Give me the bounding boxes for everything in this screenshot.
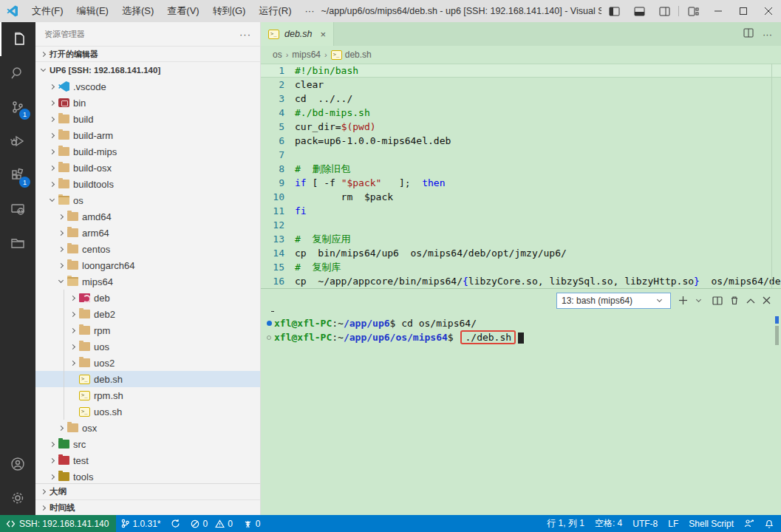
tree-item[interactable]: mips64: [35, 273, 260, 290]
scrollbar-thumb[interactable]: [775, 326, 779, 345]
panel-tab[interactable]: [307, 289, 310, 312]
file-icon: [67, 228, 78, 237]
split-editor-icon[interactable]: [743, 28, 754, 40]
notifications-bell-icon[interactable]: [760, 515, 781, 532]
panel-tab[interactable]: [324, 289, 327, 312]
ports-status[interactable]: 0: [238, 515, 266, 532]
tree-item[interactable]: os: [35, 192, 260, 208]
tree-item[interactable]: rpm: [35, 322, 260, 338]
scm-badge: 1: [19, 109, 30, 120]
terminal-scrollbar[interactable]: [775, 316, 779, 345]
tree-item[interactable]: build-osx: [35, 160, 260, 176]
tree-item[interactable]: tools: [35, 468, 260, 483]
toggle-sidebar-icon[interactable]: [601, 0, 627, 22]
panel-tab[interactable]: [342, 289, 345, 312]
problems-status[interactable]: 0 0: [185, 515, 237, 532]
command-decoration-icon[interactable]: [264, 321, 274, 326]
tree-item[interactable]: build: [35, 111, 260, 127]
tree-item[interactable]: osx: [35, 420, 260, 436]
source-control-icon[interactable]: 1: [0, 90, 35, 124]
tree-item[interactable]: src: [35, 436, 260, 452]
toggle-panel-icon[interactable]: [627, 0, 652, 22]
extensions-icon[interactable]: 1: [0, 158, 35, 192]
outline-section[interactable]: 大纲: [35, 484, 260, 499]
git-branch-status[interactable]: 1.0.31*: [116, 515, 166, 532]
terminal-dropdown-icon[interactable]: [696, 296, 701, 301]
split-terminal-icon[interactable]: [712, 296, 723, 305]
workspace-section[interactable]: UP6 [SSH: 192.168.141.140]: [35, 62, 260, 78]
tree-item-label: osx: [82, 423, 97, 434]
file-icon: [79, 326, 90, 335]
eol-sequence[interactable]: LF: [663, 515, 683, 532]
minimize-button[interactable]: [706, 0, 731, 22]
tree-item[interactable]: .vscode: [35, 78, 260, 95]
command-decoration-icon[interactable]: [264, 335, 274, 340]
tree-item[interactable]: deb.sh: [35, 371, 260, 387]
accounts-icon[interactable]: [0, 447, 35, 481]
breadcrumb-os[interactable]: os: [273, 50, 282, 60]
tree-item[interactable]: buildtools: [35, 176, 260, 192]
customize-layout-icon[interactable]: [681, 0, 706, 22]
library-icon[interactable]: [0, 226, 35, 260]
menu-item[interactable]: 文件(F): [25, 0, 70, 22]
chevron-icon: [50, 197, 55, 202]
code-editor[interactable]: 1 #!/bin/bash 2 clear 3 cd ../../ 4 #./b…: [261, 64, 781, 288]
indentation[interactable]: 空格: 4: [590, 515, 627, 532]
tree-item[interactable]: bin: [35, 95, 260, 111]
open-editors-section[interactable]: 打开的编辑器: [35, 46, 260, 62]
tree-item[interactable]: uos.sh: [35, 403, 260, 420]
tab-close-icon[interactable]: ×: [321, 29, 327, 40]
code-line: 7: [261, 148, 781, 162]
panel-tab[interactable]: [289, 289, 292, 312]
menu-item[interactable]: 查看(V): [160, 0, 205, 22]
new-terminal-icon[interactable]: [678, 296, 688, 305]
maximize-button[interactable]: [731, 0, 756, 22]
search-icon[interactable]: [0, 56, 35, 90]
terminal[interactable]: xfl@xfl-PC:~/app/up6$ cd os/mips64/ xfl@…: [261, 312, 781, 515]
toggle-secondary-sidebar-icon[interactable]: [652, 0, 677, 22]
tree-item[interactable]: amd64: [35, 208, 260, 225]
menu-item[interactable]: 选择(S): [115, 0, 160, 22]
panel-tab[interactable]: [271, 289, 274, 312]
remote-explorer-icon[interactable]: [0, 192, 35, 226]
encoding[interactable]: UTF-8: [627, 515, 663, 532]
language-mode[interactable]: Shell Script: [683, 515, 739, 532]
cursor-position[interactable]: 行 1, 列 1: [542, 515, 590, 532]
breadcrumb-file[interactable]: deb.sh: [331, 50, 372, 60]
menu-item[interactable]: 编辑(E): [70, 0, 115, 22]
editor-more-icon[interactable]: ···: [763, 29, 772, 40]
maximize-panel-icon[interactable]: [746, 298, 755, 304]
timeline-section[interactable]: 时间线: [35, 499, 260, 515]
tree-item[interactable]: loongarch64: [35, 257, 260, 273]
tree-item[interactable]: arm64: [35, 225, 260, 241]
explorer-icon[interactable]: [0, 22, 35, 56]
window-title: ~/app/up6/os/mips64/deb.sh - up6 [SSH: 1…: [321, 6, 601, 16]
tree-item[interactable]: rpm.sh: [35, 387, 260, 403]
kill-terminal-icon[interactable]: [730, 296, 739, 305]
terminal-line: xfl@xfl-PC:~/app/up6/os/mips64$ ./deb.sh: [264, 330, 781, 344]
editor-scrollbar[interactable]: [771, 64, 772, 288]
tree-item[interactable]: deb2: [35, 306, 260, 322]
tree-item[interactable]: uos: [35, 338, 260, 355]
feedback-icon[interactable]: [739, 515, 760, 532]
tree-item[interactable]: centos: [35, 241, 260, 257]
tab-deb-sh[interactable]: deb.sh ×: [261, 22, 334, 46]
menu-item[interactable]: 转到(G): [206, 0, 253, 22]
close-panel-icon[interactable]: [763, 296, 771, 304]
close-button[interactable]: [756, 0, 781, 22]
tree-item[interactable]: test: [35, 452, 260, 468]
tree-item[interactable]: deb: [35, 290, 260, 306]
explorer-more-icon[interactable]: ···: [239, 29, 251, 40]
menu-item[interactable]: 运行(R): [252, 0, 298, 22]
tree-item[interactable]: build-mips: [35, 143, 260, 160]
tree-item[interactable]: build-arm: [35, 127, 260, 143]
terminal-select[interactable]: 13: bash (mips64): [556, 293, 671, 309]
run-debug-icon[interactable]: [0, 124, 35, 158]
menu-item[interactable]: ···: [298, 0, 321, 22]
remote-indicator[interactable]: SSH: 192.168.141.140: [0, 515, 116, 532]
settings-gear-icon[interactable]: [0, 481, 35, 515]
tree-item-label: os: [73, 195, 83, 206]
breadcrumb-mips64[interactable]: mips64: [292, 50, 321, 60]
sync-status[interactable]: [166, 515, 185, 532]
tree-item[interactable]: uos2: [35, 355, 260, 371]
